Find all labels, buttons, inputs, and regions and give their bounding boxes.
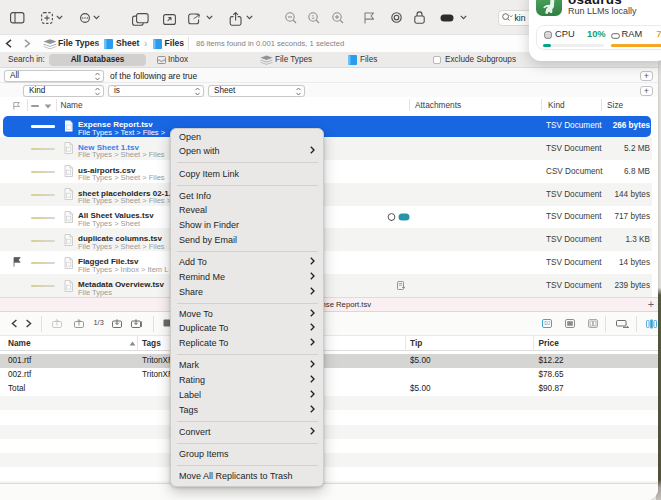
svg-text:DJ: DJ: [544, 322, 550, 327]
svg-text:1: 1: [311, 14, 315, 20]
